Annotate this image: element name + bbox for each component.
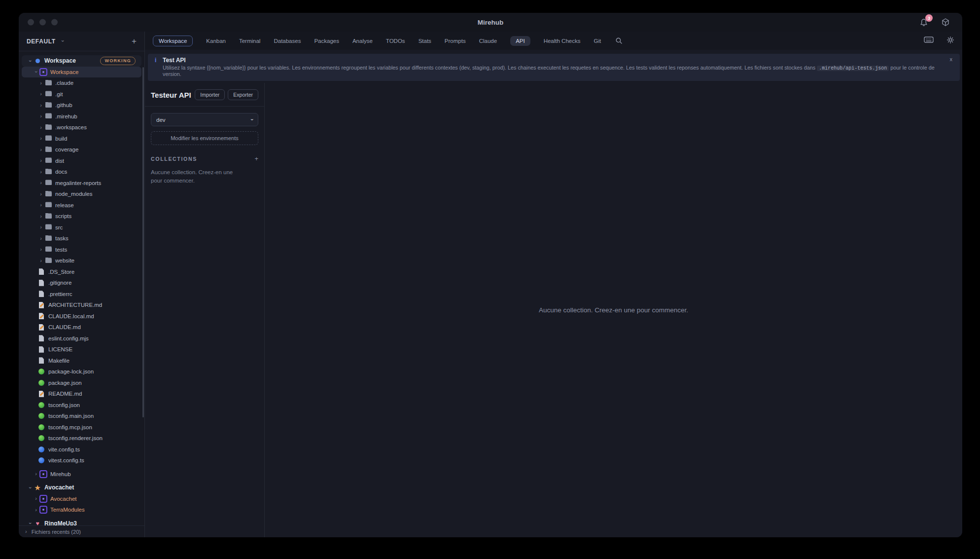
chevron-right-icon[interactable]: ›	[37, 258, 44, 263]
tree-item-workspace[interactable]: ›WorkspaceWORKING	[22, 55, 141, 67]
export-button[interactable]: Exporter	[228, 89, 258, 100]
tree-item-avocachet[interactable]: ›Avocachet	[22, 493, 141, 505]
notifications-bell-icon[interactable]: 3	[919, 17, 929, 27]
tree-item-claude-local-md[interactable]: CLAUDE.local.md	[22, 311, 141, 322]
tree-item-architecture-md[interactable]: ARCHITECTURE.md	[22, 299, 141, 311]
tree-item-node-modules[interactable]: ›node_modules	[22, 188, 141, 200]
tree-item-tsconfig-main-json[interactable]: tsconfig.main.json	[22, 410, 141, 422]
tree-item-eslint-config-mjs[interactable]: eslint.config.mjs	[22, 333, 141, 344]
tree-item-ringmeup3[interactable]: ›♥RingMeUp3	[22, 518, 141, 526]
sidebar-scrollbar[interactable]	[142, 67, 144, 417]
tree-item-avocachet[interactable]: ›★Avocachet	[22, 482, 141, 493]
tab-workspace[interactable]: Workspace	[153, 36, 193, 46]
tab-kanban[interactable]: Kanban	[206, 38, 226, 44]
package-cube-icon[interactable]	[941, 17, 950, 27]
import-button[interactable]: Importer	[195, 89, 225, 100]
recent-files-toggle[interactable]: › Fichiers recents (20)	[19, 525, 144, 537]
chevron-down-icon[interactable]: ›	[28, 484, 33, 491]
tree-item-prettierrc[interactable]: .prettierrc	[22, 289, 141, 300]
chevron-right-icon[interactable]: ›	[37, 103, 44, 108]
banner-close-button[interactable]: x	[950, 56, 953, 62]
tab-terminal[interactable]: Terminal	[239, 38, 260, 44]
chevron-right-icon[interactable]: ›	[37, 158, 44, 163]
chevron-right-icon[interactable]: ›	[37, 91, 44, 97]
tab-todos[interactable]: TODOs	[386, 38, 405, 44]
profile-switcher[interactable]: DEFAULT ›	[27, 38, 66, 45]
chevron-right-icon[interactable]: ›	[33, 471, 39, 477]
tab-git[interactable]: Git	[594, 38, 601, 44]
chevron-down-icon[interactable]: ›	[28, 57, 33, 64]
tree-item-workspace[interactable]: ›Workspace	[22, 67, 141, 78]
keyboard-shortcuts-icon[interactable]	[924, 36, 934, 45]
tree-item-github[interactable]: ›.github	[22, 100, 141, 111]
tree-item-ds-store[interactable]: .DS_Store	[22, 266, 141, 278]
search-icon[interactable]	[615, 37, 623, 44]
chevron-right-icon[interactable]: ›	[37, 136, 44, 141]
tree-item-docs[interactable]: ›docs	[22, 166, 141, 178]
chevron-right-icon[interactable]: ›	[37, 202, 44, 208]
chevron-down-icon[interactable]: ›	[28, 520, 33, 525]
tree-item-workspaces[interactable]: ›.workspaces	[22, 122, 141, 133]
chevron-right-icon[interactable]: ›	[37, 125, 44, 130]
tree-item-build[interactable]: ›build	[22, 133, 141, 145]
chevron-right-icon[interactable]: ›	[37, 147, 44, 152]
tree-item-mirehub[interactable]: ›.mirehub	[22, 111, 141, 122]
tree-item-tsconfig-mcp-json[interactable]: tsconfig.mcp.json	[22, 422, 141, 433]
add-workspace-button[interactable]: +	[132, 37, 137, 45]
chevron-right-icon[interactable]: ›	[37, 236, 44, 241]
tree-item-dist[interactable]: ›dist	[22, 155, 141, 167]
chevron-right-icon[interactable]: ›	[37, 191, 44, 197]
tab-claude[interactable]: Claude	[479, 38, 497, 44]
minimize-window-button[interactable]	[39, 19, 46, 26]
add-collection-button[interactable]: +	[254, 155, 258, 162]
tree-item-mirehub[interactable]: ›Mirehub	[22, 469, 141, 480]
tree-item-website[interactable]: ›website	[22, 255, 141, 266]
tree-item-vite-config-ts[interactable]: vite.config.ts	[22, 444, 141, 455]
box-purple-icon	[39, 495, 47, 503]
tree-item-src[interactable]: ›src	[22, 222, 141, 233]
settings-gear-icon[interactable]	[946, 36, 954, 46]
tree-item-coverage[interactable]: ›coverage	[22, 144, 141, 155]
tree-item-license[interactable]: LICENSE	[22, 344, 141, 355]
tree-item-tasks[interactable]: ›tasks	[22, 233, 141, 244]
chevron-right-icon[interactable]: ›	[37, 224, 44, 230]
tree-item-tests[interactable]: ›tests	[22, 244, 141, 256]
zoom-window-button[interactable]	[51, 19, 58, 26]
tree-item-git[interactable]: ›.git	[22, 89, 141, 100]
working-status-badge: WORKING	[100, 57, 136, 65]
tree-item-package-lock-json[interactable]: package-lock.json	[22, 366, 141, 377]
tree-item-megalinter-reports[interactable]: ›megalinter-reports	[22, 178, 141, 189]
chevron-right-icon[interactable]: ›	[37, 247, 44, 252]
tree-item-tsconfig-json[interactable]: tsconfig.json	[22, 400, 141, 411]
modify-environments-button[interactable]: Modifier les environnements	[151, 131, 258, 145]
chevron-right-icon[interactable]: ›	[37, 80, 44, 86]
chevron-right-icon[interactable]: ›	[37, 113, 44, 119]
tab-packages[interactable]: Packages	[314, 38, 339, 44]
chevron-right-icon[interactable]: ›	[33, 507, 39, 513]
chevron-right-icon[interactable]: ›	[33, 496, 39, 501]
tree-item-vitest-config-ts[interactable]: vitest.config.ts	[22, 455, 141, 466]
banner-code-path: .mirehub/api-tests.json	[817, 66, 889, 71]
chevron-down-icon[interactable]: ›	[34, 69, 39, 75]
chevron-right-icon[interactable]: ›	[37, 214, 44, 219]
tab-stats[interactable]: Stats	[419, 38, 431, 44]
tree-item-scripts[interactable]: ›scripts	[22, 211, 141, 222]
tree-item-gitignore[interactable]: .gitignore	[22, 277, 141, 289]
tab-health-checks[interactable]: Health Checks	[544, 38, 581, 44]
tree-item-release[interactable]: ›release	[22, 200, 141, 211]
tree-item-terramodules[interactable]: ›TerraModules	[22, 504, 141, 516]
close-window-button[interactable]	[28, 19, 34, 26]
environment-select[interactable]: dev ›	[151, 113, 258, 126]
chevron-right-icon[interactable]: ›	[37, 169, 44, 175]
tree-item-tsconfig-renderer-json[interactable]: tsconfig.renderer.json	[22, 433, 141, 444]
tree-item-readme-md[interactable]: README.md	[22, 388, 141, 400]
tab-analyse[interactable]: Analyse	[352, 38, 373, 44]
chevron-right-icon[interactable]: ›	[37, 180, 44, 186]
tree-item-package-json[interactable]: package.json	[22, 377, 141, 389]
tab-api[interactable]: API	[510, 36, 530, 46]
tree-item-claude[interactable]: ›.claude	[22, 77, 141, 89]
tree-item-makefile[interactable]: Makefile	[22, 355, 141, 367]
tab-prompts[interactable]: Prompts	[445, 38, 466, 44]
tree-item-claude-md[interactable]: CLAUDE.md	[22, 322, 141, 333]
tab-databases[interactable]: Databases	[274, 38, 301, 44]
